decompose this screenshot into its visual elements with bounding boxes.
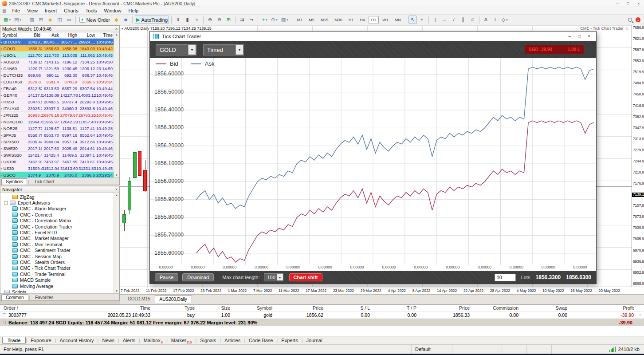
profiles-button[interactable]: ▤ [13,16,23,24]
minimize-button[interactable]: – [614,1,620,6]
collapse-icon[interactable]: − [4,201,8,205]
terminal-column-commission[interactable]: Commission [472,305,521,311]
tick-plot[interactable]: BidAsk 0.000000.000000.000000.000000.000… [150,58,596,271]
data-window-toggle-button[interactable]: ⊞ [37,16,45,24]
terminal-tab-signals[interactable]: Signals [196,337,220,343]
tick-chart-canvas[interactable] [150,58,596,265]
terminal-tab-code-base[interactable]: Code Base [245,337,276,343]
chart-shift-button[interactable]: Chart shift [289,273,322,281]
periods-button[interactable]: ⊙ [270,16,279,24]
terminal-toggle-button[interactable]: ◫ [55,16,64,24]
column-header-high[interactable]: High [60,32,79,38]
column-header-low[interactable]: Low [79,32,96,38]
column-header-bid[interactable]: Bid [28,32,42,38]
market-watch-row-dutch25[interactable]: ▸DUTCH25689.86690.11692.30688.3710:49:46 [0,72,114,79]
navigator-item-moving-average[interactable]: Moving Average [0,283,114,289]
mode-select[interactable]: Timed ▼ [203,44,244,55]
market-watch-row-usco[interactable]: ▸USCO2374.92378.92436.02366.620:29:54 [0,172,114,178]
tile-windows-button[interactable]: ⊞ [224,16,233,24]
scroll-down-icon[interactable]: ▼ [115,290,118,292]
maximize-button[interactable]: □ [578,34,581,39]
column-header-ask[interactable]: Ask [42,32,60,38]
close-position-icon[interactable]: × [636,312,644,319]
lots-input[interactable] [495,274,516,281]
navigator-tab-common[interactable]: Common [1,294,28,300]
terminal-column-symbol[interactable]: Symbol [233,305,275,311]
chart-tab-aus200-daily[interactable]: AUS200,Daily [155,296,192,303]
indicators-button[interactable]: + [260,16,269,24]
market-watch-row-eustx50[interactable]: ▸EUSTX503679.83681.43706.93669.610:49:34 [0,79,114,85]
terminal-tab-alerts[interactable]: Alerts [119,337,139,343]
terminal-column-swap[interactable]: Swap [521,305,570,311]
terminal-column-time[interactable]: Time [102,305,153,311]
scroll-down-icon[interactable]: ▼ [115,174,118,177]
terminal-column-t-p[interactable]: T / P [373,305,419,311]
new-order-button[interactable]: +New Order [78,16,111,24]
chevron-down-icon[interactable]: ▾ [122,27,123,30]
market-watch-row-spx500[interactable]: ▸SPX5003939.443940.043957.143912.8610:49… [0,138,114,145]
cursor-tool-button[interactable]: ↖ [408,16,417,24]
terminal-tab-news[interactable]: News [98,337,118,343]
candles-chart-button[interactable]: ▮ [183,16,192,24]
navigator-item-cmc-excel-rtd[interactable]: CMC - Excel RTD [0,229,114,235]
line-chart-button[interactable]: ≈ [192,16,201,24]
market-watch-tab-symbols[interactable]: Symbols [1,178,27,185]
terminal-column-type[interactable]: Type [153,305,197,311]
market-watch-row-us30[interactable]: ▸US3031509.4431512.0431613.6031331.8310:… [0,165,114,172]
zoom-out-button[interactable]: ⊖ [215,16,224,24]
channel-tool-button[interactable]: ∥ [459,16,467,24]
templates-button[interactable]: ▨ [280,16,290,24]
label-tool-button[interactable]: T [491,16,499,24]
market-watch-row-swe30[interactable]: ▸SWE302017.102017.602025.492014.6110:49:… [0,145,114,152]
chart-menu-icon[interactable]: ▦ [2,8,6,13]
column-header-symbol[interactable]: Symbol [0,32,28,38]
new-chart-button[interactable]: ▦ [2,16,12,24]
metaeditor-button[interactable]: ◆ [112,16,121,24]
market-watch-row-can60[interactable]: ▸CAN601220.791221.591230.451206.1223:14:… [0,65,114,72]
navigator-tab-favorites[interactable]: Favorites [31,295,57,300]
crosshair-tool-button[interactable]: + [418,16,426,24]
navigator-item-cmc-mini-terminal[interactable]: CMC - Mini Terminal [0,241,114,247]
market-watch-row-bitcoin[interactable]: ▸BITCOIN30423....30543....30577....29924… [0,39,114,45]
navigator-item-cmc-tick-chart-trader[interactable]: CMC - Tick Chart Trader [0,265,114,271]
menu-item-help[interactable]: Help [125,8,142,14]
close-button[interactable]: × [588,34,590,39]
scroll-up-icon[interactable]: ▲ [115,194,118,197]
market-watch-row-swiss20[interactable]: ▸SWISS2011421.411425.411469.511397.110:4… [0,152,114,158]
menu-item-charts[interactable]: Charts [60,8,82,14]
terminal-tab-journal[interactable]: Journal [303,337,326,343]
market-watch-row-ndaq100[interactable]: ▸NDAQ10011964.4711965.9712042.2911857.40… [0,118,114,125]
terminal-tab-account-history[interactable]: Account History [56,337,98,343]
minimize-button[interactable]: – [569,34,571,39]
strategy-tester-toggle-button[interactable]: ▭ [65,16,73,24]
market-watch-tab-tick-chart[interactable]: Tick Chart [30,179,58,185]
timeframe-h4[interactable]: H4 [357,16,368,24]
navigator-item-cmc-session-map[interactable]: CMC - Session Map [0,253,114,259]
market-watch-row-nor25[interactable]: ▸NOR251127.771128.671138.511127.4110:49:… [0,125,114,132]
search-icon[interactable] [628,18,632,22]
column-header-time[interactable]: Time [96,32,114,38]
community-button[interactable]: ☻ [122,16,130,24]
autotrading-button[interactable]: ▶AutoTrading [135,16,169,24]
market-watch-row-ger40[interactable]: ▸GER4014137.0914138.0914227.7814083.1210… [0,92,114,99]
terminal-column-price[interactable]: Price [419,305,472,311]
bars-chart-button[interactable]: ‖ [174,16,182,24]
market-watch-toggle-button[interactable]: ▥ [27,16,36,24]
navigator-item-scripts[interactable]: Scripts [0,289,114,293]
terminal-tab-experts[interactable]: Experts [278,337,301,343]
maximize-button[interactable]: □ [625,1,631,6]
market-watch-row-aus200[interactable]: ▸AUS2007139.157143.157196.127134.2510:49… [0,59,114,65]
text-tool-button[interactable]: A [482,16,490,24]
notification-icon[interactable]: 1 [636,17,640,22]
navigator-item-cmc-correlation-trader[interactable]: CMC - Correlation Trader [0,224,114,229]
timeframe-m15[interactable]: M15 [318,16,331,24]
navigator-toggle-button[interactable]: ◈ [46,16,55,24]
close-button[interactable]: × [636,1,642,6]
terminal-order-row[interactable]: 30037772022.05.23 10:49:33buy1.00gold185… [0,312,644,319]
navigator-close-icon[interactable]: × [115,187,118,192]
ea-smiley-icon[interactable]: ☺ [625,26,629,31]
timeframe-mn[interactable]: MN [392,16,404,24]
navigator-item-cmc-connect[interactable]: CMC - Connect [0,212,114,217]
market-watch-row-italy40[interactable]: ▸ITALY4023925.323937.324060.323893.810:4… [0,105,114,112]
menu-item-tools[interactable]: Tools [82,8,101,14]
